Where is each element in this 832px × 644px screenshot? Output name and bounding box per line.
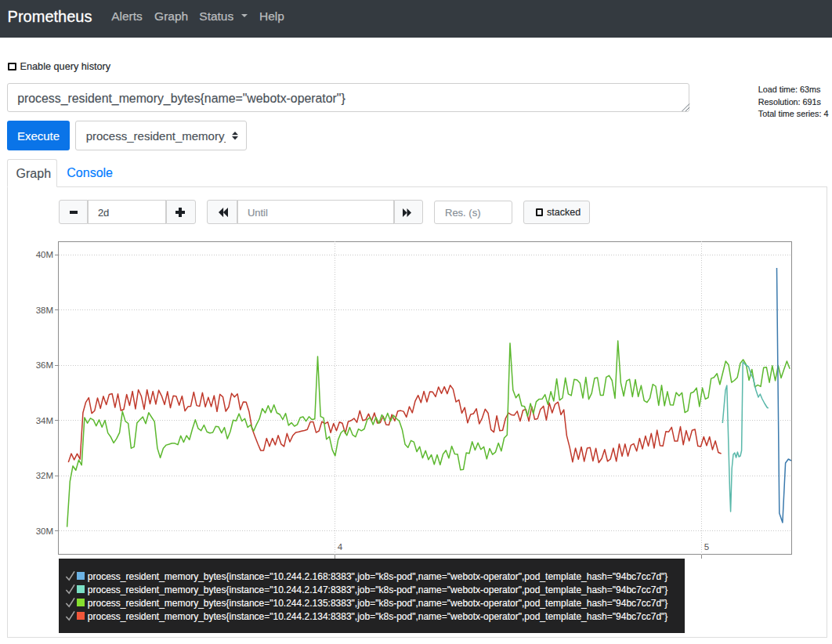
svg-text:32M: 32M [36, 471, 53, 480]
svg-text:34M: 34M [36, 416, 53, 425]
svg-text:40M: 40M [36, 250, 53, 259]
svg-text:30M: 30M [36, 526, 53, 536]
svg-text:4: 4 [338, 542, 343, 552]
svg-text:36M: 36M [36, 360, 53, 370]
svg-text:5: 5 [704, 542, 709, 552]
svg-text:38M: 38M [36, 306, 53, 315]
